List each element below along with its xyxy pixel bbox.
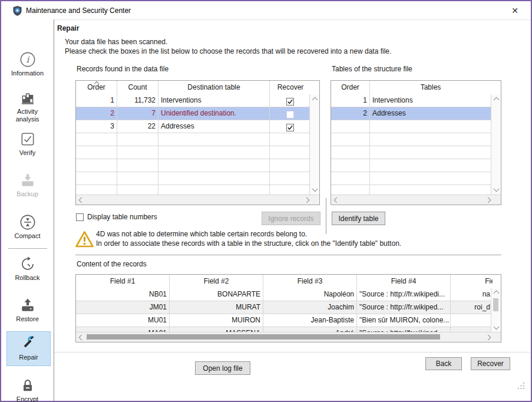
recover-button[interactable]: Recover <box>471 357 510 370</box>
scroll-up-icon[interactable] <box>494 291 500 296</box>
table-row <box>331 146 491 159</box>
sidebar-item-backup[interactable]: Backup <box>1 172 54 198</box>
table-cell <box>270 94 310 107</box>
display-table-numbers-label: Display table numbers <box>87 213 157 221</box>
recover-checkbox-checked[interactable] <box>286 98 294 106</box>
table-cell <box>158 146 270 159</box>
shield-app-icon <box>12 5 22 17</box>
content-table-body: NB01BONAPARTENapoléon"Source : http://fr… <box>76 288 491 332</box>
table-row <box>331 185 491 195</box>
sidebar-item-activity-analysis[interactable]: Activityanalysis <box>1 90 54 123</box>
records-horizontal-scrollbar[interactable] <box>76 195 319 205</box>
compact-compress-icon <box>19 214 36 230</box>
scroll-down-icon[interactable] <box>312 186 318 192</box>
recover-checkbox-unchecked[interactable] <box>286 111 294 118</box>
content-vertical-scrollbar[interactable] <box>491 288 501 332</box>
table-row[interactable]: 2Addresses <box>331 107 491 120</box>
scroll-down-icon[interactable] <box>494 324 500 330</box>
warning-line-1: 4D was not able to determine which table… <box>96 229 401 239</box>
table-cell <box>76 159 117 172</box>
column-header-order[interactable]: Order <box>76 81 117 94</box>
table-cell: 2 <box>76 107 117 120</box>
sidebar-item-compact[interactable]: Compact <box>1 214 54 240</box>
checkmark-square-icon <box>19 131 36 147</box>
sidebar-item-encrypt[interactable]: Encrypt <box>1 377 54 402</box>
table-row <box>76 185 310 195</box>
page-title: Repair <box>57 24 79 32</box>
scroll-right-icon[interactable] <box>485 197 491 203</box>
table-cell <box>76 172 117 184</box>
scroll-right-icon[interactable] <box>304 197 310 203</box>
table-row[interactable]: 111,732Interventions <box>76 94 310 107</box>
scroll-up-icon[interactable] <box>312 97 318 103</box>
scroll-left-icon[interactable] <box>79 197 85 203</box>
horizontal-scroll-thumb[interactable] <box>87 334 440 340</box>
maintenance-security-center-window: Maintenance and Security Center ✕ i Info… <box>0 0 532 402</box>
structure-vertical-scrollbar[interactable] <box>491 94 501 195</box>
structure-horizontal-scrollbar[interactable] <box>331 195 501 205</box>
sidebar-item-verify[interactable]: Verify <box>1 131 54 157</box>
sidebar-item-repair[interactable]: Repair <box>6 331 51 366</box>
table-row <box>76 133 310 146</box>
table-row[interactable]: NB01BONAPARTENapoléon"Source : http://fr… <box>76 288 491 301</box>
records-table-header: Order Count Destination table Recover <box>76 81 310 95</box>
close-button[interactable]: ✕ <box>508 5 521 17</box>
column-header-destination-table[interactable]: Destination table <box>158 81 270 94</box>
scroll-up-icon[interactable] <box>494 97 500 103</box>
sidebar-item-label: Activityanalysis <box>1 108 54 123</box>
resize-grip-icon[interactable] <box>517 382 525 390</box>
structure-table-header: Order Tables <box>331 81 491 95</box>
vertical-scroll-thumb[interactable] <box>493 298 498 311</box>
table-cell: "Bien sûr MUIRON, colone... <box>357 314 451 327</box>
padlock-icon <box>19 377 36 394</box>
table-row[interactable]: MU01MUIRONJean-Baptiste"Bien sûr MUIRON,… <box>76 314 491 327</box>
column-header-order[interactable]: Order <box>331 81 370 94</box>
warning-icon <box>75 230 94 248</box>
table-cell: 3 <box>76 120 117 133</box>
table-cell <box>370 159 491 172</box>
records-table: Order Count Destination table Recover 11… <box>75 80 320 205</box>
sidebar-item-rollback[interactable]: Rollback <box>1 256 54 282</box>
column-header-field1[interactable]: Field #1 <box>76 275 170 288</box>
table-cell: BONAPARTE <box>170 288 263 301</box>
scroll-right-icon[interactable] <box>485 335 491 341</box>
column-header-tables[interactable]: Tables <box>370 81 491 94</box>
intro-text: Your data file has been scanned. Please … <box>65 37 391 56</box>
identify-table-button[interactable]: Identify table <box>332 212 385 225</box>
scroll-left-icon[interactable] <box>334 197 340 203</box>
table-cell <box>158 185 270 195</box>
table-cell: NB01 <box>76 288 170 301</box>
ignore-records-button[interactable]: Ignore records <box>262 212 320 225</box>
title-bar: Maintenance and Security Center ✕ <box>1 1 531 20</box>
scroll-left-icon[interactable] <box>79 335 85 341</box>
column-header-count[interactable]: Count <box>117 81 158 94</box>
table-row <box>331 120 491 133</box>
table-cell: MURAT <box>170 301 263 314</box>
table-cell <box>370 146 491 159</box>
open-log-file-button[interactable]: Open log file <box>195 361 250 375</box>
table-row[interactable]: JM01MURATJoachim"Source : http://fr.wiki… <box>76 301 491 314</box>
column-header-field3[interactable]: Field #3 <box>263 275 357 288</box>
table-cell: 1 <box>76 94 117 107</box>
table-cell <box>117 172 158 184</box>
recover-checkbox-checked[interactable] <box>286 124 294 131</box>
display-table-numbers-checkbox[interactable] <box>76 213 84 221</box>
column-header-field5[interactable]: Field #5 <box>451 275 493 288</box>
sidebar-item-label: Restore <box>1 315 54 323</box>
column-header-field2[interactable]: Field #2 <box>170 275 263 288</box>
structure-tables-table: Order Tables 1Interventions2Addresses <box>331 80 501 205</box>
back-button[interactable]: Back <box>425 357 462 370</box>
column-header-recover[interactable]: Recover <box>270 81 311 94</box>
records-vertical-scrollbar[interactable] <box>309 94 319 195</box>
sidebar-item-label: Verify <box>1 149 54 157</box>
sidebar-item-label: Compact <box>1 232 54 240</box>
sidebar-item-restore[interactable]: Restore <box>1 297 54 323</box>
table-row[interactable]: 1Interventions <box>331 94 491 107</box>
column-header-field4[interactable]: Field #4 <box>357 275 451 288</box>
table-row <box>76 172 310 185</box>
sidebar-item-information[interactable]: i Information <box>1 51 54 77</box>
scroll-down-icon[interactable] <box>494 186 500 192</box>
table-row[interactable]: 27Unidentified destination. <box>76 107 310 120</box>
content-horizontal-scrollbar[interactable] <box>76 332 501 342</box>
table-row[interactable]: 322Addresses <box>76 120 310 133</box>
